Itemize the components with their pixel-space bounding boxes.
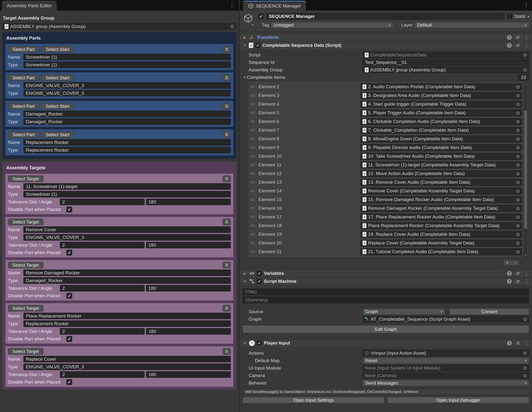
element-object-field[interactable]: # 19. Replace Cover Audio (Completable I… xyxy=(360,231,522,238)
source-dropdown[interactable]: Graph ▾ xyxy=(362,309,445,315)
element-object-field[interactable]: # 21. Tutorial Completed Audio (Completa… xyxy=(360,248,522,255)
default-map-dropdown[interactable]: Reset ▾ xyxy=(362,357,529,364)
actions-object-field[interactable]: VrInput (Input Action Asset) ⊙ xyxy=(362,350,529,356)
object-picker-icon[interactable]: ⊙ xyxy=(229,24,234,29)
camera-field[interactable]: None (Camera) ⊙ xyxy=(362,372,529,379)
drag-handle-icon[interactable] xyxy=(251,164,255,166)
element-object-field[interactable]: # Replace Cover (Completable Assembly Ta… xyxy=(360,240,522,247)
element-object-field[interactable]: # 12. Move Action Audio (Completable Ite… xyxy=(360,170,522,177)
part-type-input[interactable]: Damaged_Rocker xyxy=(23,118,231,125)
target-name-input[interactable]: Place Replacement Rocker xyxy=(23,313,231,319)
list-scrollbar[interactable]: ▲ ▼ xyxy=(524,82,527,257)
object-picker-icon[interactable]: ⊙ xyxy=(522,67,527,72)
static-control[interactable]: Static ▾ xyxy=(507,14,529,19)
target-name-input[interactable]: Replace Cover xyxy=(23,356,231,362)
drag-handle-icon[interactable] xyxy=(251,190,255,192)
preset-icon[interactable] xyxy=(516,43,520,48)
select-target-button[interactable]: Select Target xyxy=(8,348,43,355)
drag-handle-icon[interactable] xyxy=(251,129,255,131)
object-picker-icon[interactable]: ⊙ xyxy=(515,137,520,141)
variables-header[interactable]: ▶ <> Variables ? ⋮ xyxy=(240,269,532,277)
object-picker-icon[interactable]: ⊙ xyxy=(515,163,520,167)
select-start-button[interactable]: Select Start xyxy=(41,46,74,53)
element-object-field[interactable]: # 5. Player Trigger Audio (Completable I… xyxy=(360,110,522,116)
element-object-field[interactable]: # 10. Take Screwdriver Audio (Completabl… xyxy=(360,153,522,160)
scroll-up-icon[interactable]: ▲ xyxy=(524,83,527,85)
list-add-button[interactable]: + xyxy=(503,260,511,266)
tolerance-angle-input[interactable]: 180 xyxy=(146,371,231,378)
drag-handle-icon[interactable] xyxy=(251,199,255,201)
target-name-input[interactable]: Remove Cover xyxy=(23,226,231,233)
script-object-field[interactable]: # CompletableSequenceData ⊙ xyxy=(362,52,529,58)
drag-handle-icon[interactable] xyxy=(251,155,255,157)
help-icon[interactable]: ? xyxy=(507,279,512,284)
object-picker-icon[interactable]: ⊙ xyxy=(515,154,520,159)
target-type-input[interactable]: ENGINE_VALVE_COVER_3 xyxy=(23,234,231,241)
disable-part-checkbox[interactable] xyxy=(66,336,72,342)
static-dropdown-arrow[interactable]: ▾ xyxy=(527,15,529,18)
object-picker-icon[interactable]: ⊙ xyxy=(515,206,520,211)
icon-dropdown-arrow[interactable]: ▾ xyxy=(243,23,253,27)
layer-dropdown[interactable]: Default ▾ xyxy=(415,22,529,28)
script-machine-header[interactable]: ▼ Script Machine ? ⋮ xyxy=(240,277,532,285)
component-enabled-checkbox[interactable] xyxy=(256,340,262,346)
target-name-input[interactable]: Remove Damaged Rocker xyxy=(23,270,231,276)
object-picker-icon[interactable]: ⊙ xyxy=(522,366,527,370)
target-type-input[interactable]: ENGINE_VALVE_COVER_3 xyxy=(23,364,231,370)
gameobject-icon[interactable]: ▾ xyxy=(243,13,253,27)
object-picker-icon[interactable]: ⊙ xyxy=(515,223,520,228)
component-menu-icon[interactable]: ⋮ xyxy=(524,35,529,40)
drag-handle-icon[interactable] xyxy=(251,225,255,227)
element-object-field[interactable]: # Remove Cover (Completable Assembly Tar… xyxy=(360,188,522,194)
drag-handle-icon[interactable] xyxy=(251,216,255,218)
element-object-field[interactable]: # 15. Remove Damaged Rocker Audio (Compl… xyxy=(360,196,522,203)
remove-part-button[interactable]: X xyxy=(223,131,231,138)
tolerance-dist-input[interactable]: 2 xyxy=(60,371,145,378)
drag-handle-icon[interactable] xyxy=(251,181,255,183)
sequence-data-header[interactable]: ▼ # Completable Sequence Data (Script) ?… xyxy=(240,41,532,49)
remove-target-button[interactable]: X xyxy=(223,262,231,268)
foldout-expanded-icon[interactable]: ▼ xyxy=(243,280,247,283)
drag-handle-icon[interactable] xyxy=(251,233,255,235)
object-picker-icon[interactable]: ⊙ xyxy=(515,102,520,107)
list-remove-button[interactable]: − xyxy=(511,260,519,266)
remove-part-button[interactable]: X xyxy=(223,74,231,81)
disable-part-checkbox[interactable] xyxy=(66,379,72,385)
ui-input-module-field[interactable]: None (Input System UI Input Module) ⊙ xyxy=(362,365,529,371)
object-picker-icon[interactable]: ⊙ xyxy=(515,249,520,254)
component-menu-icon[interactable]: ⋮ xyxy=(524,271,529,276)
select-target-button[interactable]: Select Target xyxy=(8,219,43,225)
object-picker-icon[interactable]: ⊙ xyxy=(515,215,520,219)
disable-part-checkbox[interactable] xyxy=(66,293,72,299)
edit-graph-button[interactable]: Edit Graph xyxy=(243,325,529,333)
select-part-button[interactable]: Select Part xyxy=(8,131,39,138)
preset-icon[interactable] xyxy=(516,35,520,40)
preset-icon[interactable] xyxy=(516,341,520,346)
foldout-expanded-icon[interactable]: ▼ xyxy=(243,341,247,345)
drag-handle-icon[interactable] xyxy=(251,120,255,122)
left-panel-menu-icon[interactable]: ⋮ xyxy=(229,2,235,8)
gameobject-name-input[interactable]: SEQUENCE Manager xyxy=(266,13,504,20)
drag-handle-icon[interactable] xyxy=(251,251,255,253)
tolerance-angle-input[interactable]: 180 xyxy=(146,328,231,335)
open-input-settings-button[interactable]: Open Input Settings xyxy=(243,397,385,403)
foldout-collapsed-icon[interactable]: ▶ xyxy=(243,272,247,275)
drag-handle-icon[interactable] xyxy=(251,207,255,209)
remove-target-button[interactable]: X xyxy=(223,305,231,311)
disable-part-checkbox[interactable] xyxy=(66,207,72,212)
scrollbar-thumb[interactable] xyxy=(524,110,527,229)
tolerance-dist-input[interactable]: 2 xyxy=(60,199,145,205)
graph-summary-input[interactable]: (Summary) xyxy=(243,296,529,303)
drag-handle-icon[interactable] xyxy=(251,146,255,148)
object-picker-icon[interactable]: ⊙ xyxy=(522,53,527,57)
object-picker-icon[interactable]: ⊙ xyxy=(515,111,520,115)
element-object-field[interactable]: # 11. Screwdriver (1)-target (Completabl… xyxy=(360,162,522,168)
behavior-dropdown[interactable]: Send Messages ▾ xyxy=(362,380,529,386)
remove-part-button[interactable]: X xyxy=(223,46,231,53)
scroll-down-icon[interactable]: ▼ xyxy=(524,254,527,256)
drag-handle-icon[interactable] xyxy=(251,173,255,174)
element-object-field[interactable]: # 3. Designated Area Audio (Completable … xyxy=(360,92,522,99)
preset-icon[interactable] xyxy=(516,279,520,284)
object-picker-icon[interactable]: ⊙ xyxy=(515,93,520,98)
tab-sequence-manager[interactable]: SEQUENCE Manager xyxy=(243,1,306,11)
